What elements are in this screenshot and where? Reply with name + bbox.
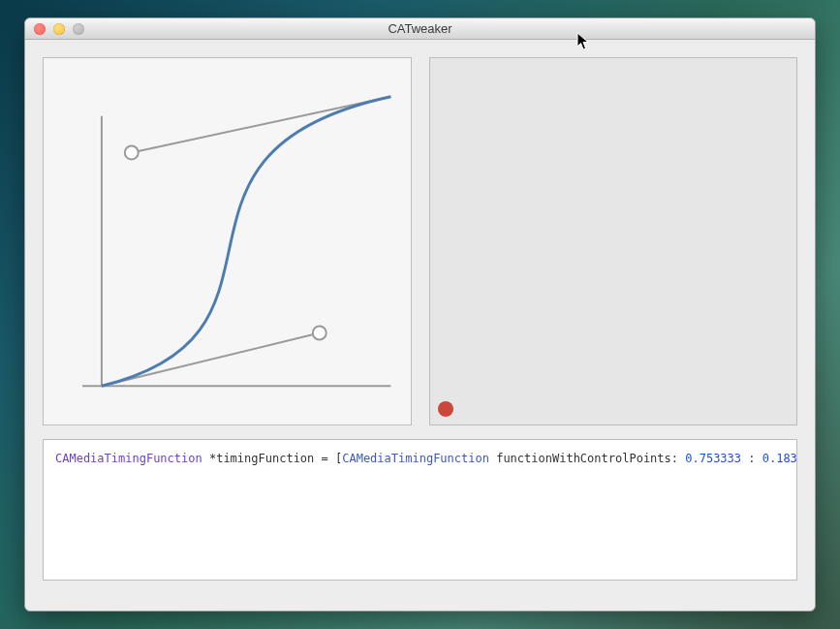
code-token-p1: 0.753333 bbox=[685, 452, 741, 465]
app-window: CATweaker bbox=[24, 17, 816, 612]
traffic-lights bbox=[34, 23, 84, 35]
animation-preview-panel[interactable] bbox=[429, 57, 798, 425]
code-token-class: CAMediaTimingFunction bbox=[55, 452, 202, 465]
code-token-class2: CAMediaTimingFunction bbox=[342, 452, 489, 465]
code-output-panel[interactable]: CAMediaTimingFunction *timingFunction = … bbox=[43, 439, 797, 581]
zoom-button[interactable] bbox=[73, 23, 84, 35]
titlebar[interactable]: CATweaker bbox=[25, 18, 815, 40]
curve-chart bbox=[44, 58, 411, 425]
code-token-p2: 0.183333 bbox=[762, 452, 797, 465]
window-title: CATweaker bbox=[25, 21, 815, 36]
window-content: CAMediaTimingFunction *timingFunction = … bbox=[25, 40, 815, 611]
code-sep1: : bbox=[741, 452, 762, 465]
control-handle-2-line bbox=[132, 97, 391, 153]
control-point-2[interactable] bbox=[125, 146, 139, 160]
code-token-method: functionWithControlPoints: bbox=[489, 452, 685, 465]
control-point-1[interactable] bbox=[313, 327, 327, 340]
panels-row bbox=[43, 57, 797, 425]
close-button[interactable] bbox=[34, 23, 46, 35]
preview-dot bbox=[438, 401, 453, 417]
code-token-decl: *timingFunction = [ bbox=[202, 452, 343, 465]
curve-editor-panel[interactable] bbox=[43, 57, 412, 425]
control-handle-1-line bbox=[102, 333, 320, 387]
bezier-curve bbox=[102, 97, 390, 386]
minimize-button[interactable] bbox=[53, 23, 65, 35]
